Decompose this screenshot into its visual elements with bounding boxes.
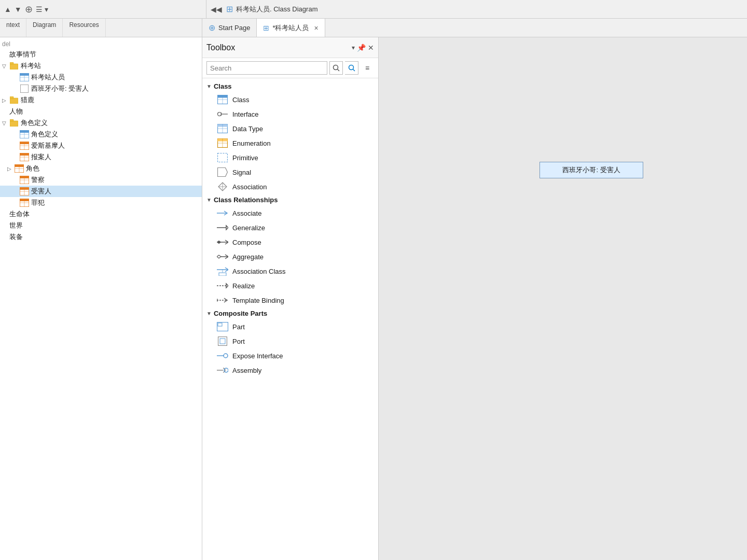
class2-icon-criminal [20,198,29,207]
tree-item-story[interactable]: 故事情节 [0,49,202,60]
hamburger-btn[interactable]: ☰ ▾ [36,5,48,13]
section-header-class[interactable]: ▼ Class [202,80,378,92]
find-icon-btn[interactable] [345,61,358,75]
toolbox-item-association-class[interactable]: Association Class [202,264,378,278]
collapse-left-btn[interactable]: ◀◀ [211,5,222,13]
svg-rect-77 [217,323,228,331]
nav-tab-context[interactable]: ntext [0,19,26,37]
toolbox-item-template-binding[interactable]: Template Binding [202,293,378,307]
diagram-canvas[interactable]: 西班牙小哥: 受害人 [379,37,747,560]
tree-item-eskimo[interactable]: 爱斯基摩人 [0,140,202,151]
realize-label: Realize [232,282,255,290]
port-icon [217,335,228,347]
toolbox-item-enumeration[interactable]: Enumeration [202,136,378,150]
folder-icon-station [9,61,19,71]
tree-view[interactable]: del 故事情节 ▽ 科考站 科考站人员 [0,37,202,560]
port-label: Port [232,338,245,345]
tree-item-lifeform[interactable]: 生命体 [0,208,202,220]
toolbox-item-class[interactable]: Class [202,92,378,107]
up-arrow-btn[interactable]: ▲ [4,5,11,13]
datatype-label: Data Type [232,125,263,133]
context-icon: ⊕ [25,4,33,15]
tree-item-equipment[interactable]: 装备 [0,231,202,243]
tree-item-people[interactable]: 人物 [0,106,202,117]
tab-close-btn[interactable]: × [314,24,319,32]
search-icon-btn[interactable] [329,61,343,75]
class-icon [217,94,228,105]
toolbox-item-realize[interactable]: Realize [202,278,378,293]
toolbox-item-aggregate[interactable]: Aggregate [202,249,378,264]
tree-item-world[interactable]: 世界 [0,220,202,231]
tree-item-reporter[interactable]: 报案人 [0,151,202,163]
interface-icon [217,108,228,120]
tree-item-deer[interactable]: ▷ 猎鹿 [0,94,202,106]
toolbox-item-signal[interactable]: Signal [202,165,378,179]
nav-tab-resources[interactable]: Resources [63,19,105,37]
window-titlebar: ▲ ▼ ⊕ ☰ ▾ ◀◀ ⊞ 科考站人员. Class Diagram [0,0,747,19]
nav-tab-diagram[interactable]: Diagram [26,19,63,37]
canvas-class-name: 西班牙小哥: 受害人 [540,162,643,178]
search-input[interactable] [210,64,324,72]
canvas-class-box[interactable]: 西班牙小哥: 受害人 [540,162,643,178]
tree-item-role-def-class[interactable]: 角色定义 [0,129,202,140]
toolbox-item-assembly[interactable]: Assembly [202,363,378,377]
start-page-label: Start Page [218,24,250,32]
toolbox-pin-btn[interactable]: 📌 [357,44,366,52]
tab-start-page[interactable]: ⊕ Start Page [202,19,257,37]
aggregate-label: Aggregate [232,253,264,261]
toolbox-item-associate[interactable]: Associate [202,206,378,220]
class-label: Class [232,96,250,104]
tree-item-role-def-folder[interactable]: ▽ 角色定义 [0,117,202,129]
svg-marker-74 [226,284,228,288]
tree-item-station[interactable]: ▽ 科考站 [0,60,202,72]
toolbox-item-interface[interactable]: Interface [202,107,378,121]
template-binding-label: Template Binding [232,297,284,304]
search-input-wrap[interactable] [206,61,327,75]
svg-line-40 [338,69,340,72]
toolbox-item-expose-interface[interactable]: Expose Interface [202,348,378,363]
svg-point-41 [349,65,353,70]
generalize-icon [217,222,228,233]
toolbox-dropdown-btn[interactable]: ▾ [352,44,355,51]
toolbox-close-btn[interactable]: ✕ [368,44,374,52]
toolbox-panel: Toolbox ▾ 📌 ✕ [202,37,379,560]
tree-item-victim[interactable]: 受害人 [0,186,202,197]
svg-point-84 [224,368,228,372]
tree-item-station-person[interactable]: 科考站人员 [0,72,202,83]
expose-interface-label: Expose Interface [232,352,283,360]
section-label-relationships: Class Relationships [214,196,278,204]
start-page-icon: ⊕ [209,23,215,33]
toolbox-item-compose[interactable]: Compose [202,235,378,249]
class2-icon-police [20,175,29,185]
svg-rect-10 [10,119,13,121]
collapse-triangle-composite: ▼ [206,311,212,316]
toolbox-menu-btn[interactable]: ≡ [361,61,374,75]
down-arrow-btn[interactable]: ▼ [15,5,22,13]
datatype-icon [217,123,228,134]
toolbox-item-association[interactable]: Association [202,179,378,194]
svg-rect-8 [10,96,13,99]
association-class-label: Association Class [232,268,286,275]
association-label: Association [232,183,267,191]
svg-point-47 [218,113,222,116]
toolbox-item-port[interactable]: Port [202,334,378,348]
svg-rect-80 [220,339,225,344]
collapse-triangle-class: ▼ [206,83,212,89]
toolbox-header: Toolbox ▾ 📌 ✕ [202,37,378,58]
tree-item-police[interactable]: 警察 [0,174,202,186]
svg-marker-59 [218,168,228,177]
tree-item-role[interactable]: ▷ 角色 [0,163,202,174]
tree-item-spanish-guy[interactable]: 西班牙小哥: 受害人 [0,83,202,94]
section-header-relationships[interactable]: ▼ Class Relationships [202,194,378,206]
toolbox-item-primitive[interactable]: Primitive [202,150,378,165]
toolbox-item-part[interactable]: Part [202,319,378,334]
tree-item-criminal[interactable]: 罪犯 [0,197,202,208]
section-header-composite[interactable]: ▼ Composite Parts [202,307,378,319]
left-panel: del 故事情节 ▽ 科考站 科考站人员 [0,37,202,560]
toolbox-item-datatype[interactable]: Data Type [202,121,378,136]
tab-active-diagram[interactable]: ⊞ *科考站人员 × [257,19,325,37]
search-bar: ≡ [202,58,378,78]
main-layout: del 故事情节 ▽ 科考站 科考站人员 [0,37,747,560]
toolbox-item-generalize[interactable]: Generalize [202,220,378,235]
signal-label: Signal [232,169,251,176]
